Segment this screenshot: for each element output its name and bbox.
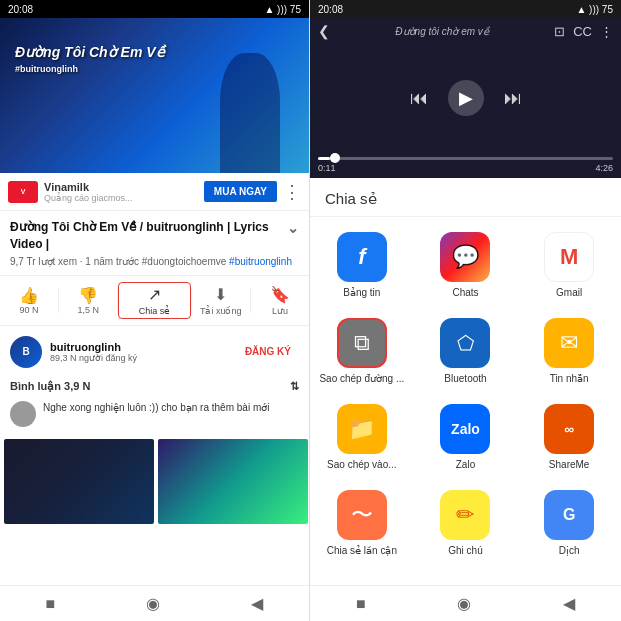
cc-icon[interactable]: CC xyxy=(573,24,592,39)
share-label-bluetooth: Bluetooth xyxy=(444,373,486,384)
more-button[interactable]: ⋮ xyxy=(283,181,301,203)
share-label-folder: Sao chép vào... xyxy=(327,459,397,470)
ad-info: Vinamilk Quảng cáo giacmos... xyxy=(44,181,204,203)
video-title: Đường Tôi Chờ Em Về / buitruonglinh | Ly… xyxy=(10,219,299,253)
comments-header: Bình luận 3,9 N ⇅ xyxy=(10,380,299,393)
back-nav-icon[interactable]: ◀ xyxy=(251,594,263,613)
player-back-icon[interactable]: ❮ xyxy=(318,23,330,39)
download-label: Tải xuống xyxy=(200,306,242,316)
subscribe-button[interactable]: ĐĂNG KÝ xyxy=(237,341,299,362)
player-icons-right: ⊡ CC ⋮ xyxy=(554,24,613,39)
save-icon: 🔖 xyxy=(270,285,290,304)
dislike-count: 1,5 N xyxy=(78,305,100,315)
video-player-right[interactable]: ❮ Đường tôi chờ em về ⊡ CC ⋮ ⏮ ▶ ⏭ 0:11 … xyxy=(310,18,621,178)
share-label-copy: Sao chép đường ... xyxy=(319,373,404,384)
home-nav-icon[interactable]: ◉ xyxy=(146,594,160,613)
video-thumbnail-left[interactable]: Đường Tôi Chờ Em Về #buitruonglinh xyxy=(0,18,310,173)
channel-row: B buitruonglinh 89,3 N người đăng ký ĐĂN… xyxy=(0,330,309,374)
share-item-ghichu[interactable]: ✏ Ghi chú xyxy=(414,480,518,566)
right-panel: 20:08 ▲ ))) 75 ❮ Đường tôi chờ em về ⊡ C… xyxy=(310,0,621,621)
save-button[interactable]: 🔖 Lưu xyxy=(251,283,309,318)
nav-bar-right: ■ ◉ ◀ xyxy=(310,585,621,621)
time-left: 20:08 xyxy=(8,4,33,15)
status-bar-right: 20:08 ▲ ))) 75 xyxy=(310,0,621,18)
comments-section: Bình luận 3,9 N ⇅ Nghe xong nghiện luôn … xyxy=(0,374,309,433)
share-item-zalo[interactable]: Zalo Zalo xyxy=(414,394,518,480)
thumbnail-2[interactable] xyxy=(158,439,308,524)
silhouette-decoration xyxy=(220,53,280,173)
share-grid: f Bảng tin 💬 Chats M Gmail xyxy=(310,217,621,571)
share-label-shareme: ShareMe xyxy=(549,459,590,470)
square-nav-icon-right[interactable]: ■ xyxy=(356,595,366,613)
download-icon: ⬇ xyxy=(214,285,227,304)
left-panel: 20:08 ▲ ))) 75 Đường Tôi Chờ Em Về #buit… xyxy=(0,0,310,621)
progress-dot xyxy=(330,153,340,163)
square-nav-icon[interactable]: ■ xyxy=(46,595,56,613)
share-title: Chia sẻ xyxy=(310,178,621,217)
home-nav-icon-right[interactable]: ◉ xyxy=(457,594,471,613)
chevron-down-icon[interactable]: ⌄ xyxy=(287,219,299,239)
ghichu-icon: ✏ xyxy=(440,490,490,540)
time-right: 20:08 xyxy=(318,4,343,15)
share-button[interactable]: ↗ Chia sẻ xyxy=(118,282,190,319)
share-label-zalo: Zalo xyxy=(456,459,475,470)
channel-avatar: B xyxy=(10,336,42,368)
like-button[interactable]: 👍 90 N xyxy=(0,284,58,317)
comment-item: Nghe xong nghiện luôn :)) cho bạn ra thê… xyxy=(10,401,299,427)
share-item-facebook[interactable]: f Bảng tin xyxy=(310,222,414,308)
time-display: 0:11 4:26 xyxy=(318,163,613,173)
song-title-left: Đường Tôi Chờ Em Về #buitruonglinh xyxy=(15,43,165,76)
channel-subs: 89,3 N người đăng ký xyxy=(50,353,237,363)
next-button[interactable]: ⏭ xyxy=(504,88,522,109)
mua-ngay-button[interactable]: MUA NGAY xyxy=(204,181,277,202)
share-item-shareme[interactable]: ∞ ShareMe xyxy=(517,394,621,480)
facebook-icon: f xyxy=(337,232,387,282)
nearby-icon: 〜 xyxy=(337,490,387,540)
share-item-folder[interactable]: 📁 Sao chép vào... xyxy=(310,394,414,480)
dislike-button[interactable]: 👎 1,5 N xyxy=(59,284,117,317)
translate-icon: G xyxy=(544,490,594,540)
progress-bar-area[interactable] xyxy=(318,157,613,160)
share-item-nearby[interactable]: 〜 Chia sẻ lần cận xyxy=(310,480,414,566)
ad-logo: V xyxy=(8,181,38,203)
ad-bar: V Vinamilk Quảng cáo giacmos... MUA NGAY… xyxy=(0,173,309,211)
thumbs-up-icon: 👍 xyxy=(19,286,39,305)
share-item-copy[interactable]: ⧉ Sao chép đường ... xyxy=(310,308,414,394)
share-item-tinhan[interactable]: ✉ Tin nhắn xyxy=(517,308,621,394)
zalo-icon: Zalo xyxy=(440,404,490,454)
ad-brand: Vinamilk xyxy=(44,181,204,193)
time-current: 0:11 xyxy=(318,163,336,173)
cast-icon[interactable]: ⊡ xyxy=(554,24,565,39)
status-bar-left: 20:08 ▲ ))) 75 xyxy=(0,0,309,18)
share-icon: ↗ xyxy=(148,285,161,304)
actions-row: 👍 90 N 👎 1,5 N ↗ Chia sẻ ⬇ Tải xuống 🔖 L… xyxy=(0,275,309,326)
commenter-avatar xyxy=(10,401,36,427)
share-label-facebook: Bảng tin xyxy=(343,287,380,298)
ad-sub: Quảng cáo giacmos... xyxy=(44,193,204,203)
share-label: Chia sẻ xyxy=(139,306,171,316)
share-item-gmail[interactable]: M Gmail xyxy=(517,222,621,308)
share-label-messenger: Chats xyxy=(452,287,478,298)
share-item-messenger[interactable]: 💬 Chats xyxy=(414,222,518,308)
thumbnail-1[interactable] xyxy=(4,439,154,524)
progress-fill xyxy=(318,157,330,160)
share-item-translate[interactable]: G Dịch xyxy=(517,480,621,566)
sort-icon[interactable]: ⇅ xyxy=(290,380,299,393)
share-label-translate: Dịch xyxy=(559,545,580,556)
channel-name[interactable]: buitruonglinh xyxy=(50,341,237,353)
download-button[interactable]: ⬇ Tải xuống xyxy=(192,283,250,318)
prev-button[interactable]: ⏮ xyxy=(410,88,428,109)
share-label-gmail: Gmail xyxy=(556,287,582,298)
video-meta: 9,7 Tr lượt xem · 1 năm trước #duongtoic… xyxy=(10,256,299,267)
share-label-tinhan: Tin nhắn xyxy=(550,373,589,384)
back-nav-icon-right[interactable]: ◀ xyxy=(563,594,575,613)
status-icons-left: ▲ ))) 75 xyxy=(264,4,301,15)
play-button[interactable]: ▶ xyxy=(448,80,484,116)
overflow-icon[interactable]: ⋮ xyxy=(600,24,613,39)
progress-track xyxy=(318,157,613,160)
share-item-bluetooth[interactable]: ⬠ Bluetooth xyxy=(414,308,518,394)
status-icons-right: ▲ ))) 75 xyxy=(576,4,613,15)
channel-info: buitruonglinh 89,3 N người đăng ký xyxy=(50,341,237,363)
hashtag-link[interactable]: #buitruonglinh xyxy=(229,256,292,267)
bluetooth-icon: ⬠ xyxy=(440,318,490,368)
